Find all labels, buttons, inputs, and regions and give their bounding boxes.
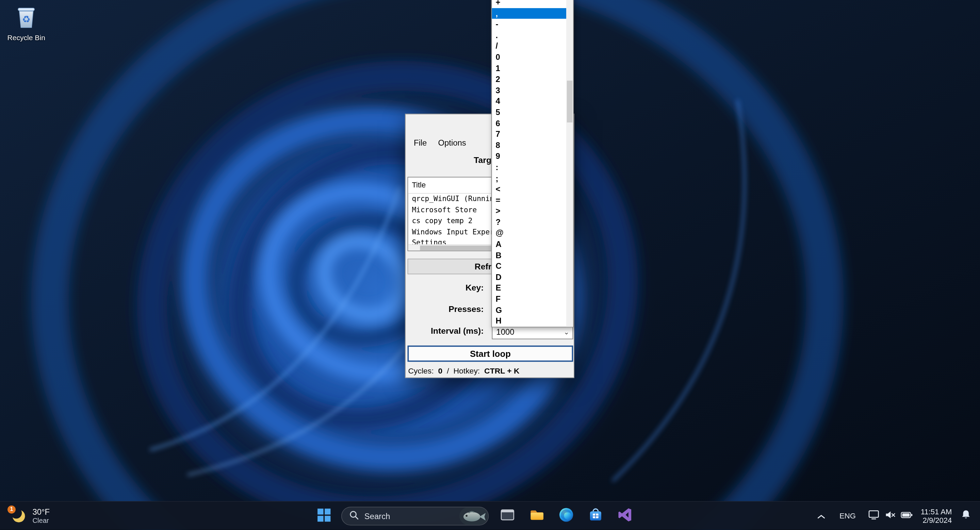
dropdown-item[interactable]: - xyxy=(492,19,566,30)
presses-label: Presses: xyxy=(449,304,484,314)
edge-button[interactable] xyxy=(553,503,580,528)
menu-options[interactable]: Options xyxy=(433,135,472,150)
dropdown-item[interactable]: B xyxy=(492,250,566,260)
notification-badge: 1 xyxy=(8,505,16,513)
system-tray: ENG xyxy=(817,502,980,530)
search-input[interactable]: Search xyxy=(341,507,488,525)
dropdown-items: + , - . / 0 1 2 3 4 5 6 7 8 9 : ; < = > … xyxy=(492,0,566,327)
dropdown-item[interactable]: . xyxy=(492,30,566,41)
dropdown-item[interactable]: D xyxy=(492,272,566,283)
store-icon xyxy=(588,507,604,525)
status-separator: / xyxy=(447,367,449,375)
dropdown-item[interactable]: 4 xyxy=(492,96,566,107)
dropdown-item[interactable]: C xyxy=(492,260,566,271)
dropdown-item[interactable]: 8 xyxy=(492,140,566,151)
weather-widget[interactable]: 1 30°F Clear xyxy=(5,502,55,530)
tray-date: 2/9/2024 xyxy=(921,516,952,525)
tray-time: 11:51 AM xyxy=(921,507,952,516)
window-statusbar: Cycles: 0 / Hotkey: CTRL + K xyxy=(406,364,574,378)
interval-value: 1000 xyxy=(496,327,514,337)
dropdown-item[interactable]: = xyxy=(492,195,566,205)
recycle-bin-icon: ♻ xyxy=(14,21,38,32)
clock[interactable]: 11:51 AM 2/9/2024 xyxy=(921,507,952,525)
dropdown-item[interactable]: : xyxy=(492,162,566,173)
start-loop-button[interactable]: Start loop xyxy=(408,346,573,362)
notifications-button[interactable] xyxy=(961,509,971,522)
dropdown-item[interactable]: 2 xyxy=(492,74,566,85)
file-explorer-button[interactable] xyxy=(523,503,550,528)
dropdown-item[interactable]: 7 xyxy=(492,129,566,140)
search-placeholder: Search xyxy=(364,511,460,521)
recycle-bin[interactable]: ♻ Recycle Bin xyxy=(6,4,46,41)
weather-condition: Clear xyxy=(33,517,50,524)
dropdown-item[interactable]: 0 xyxy=(492,52,566,63)
dropdown-item[interactable]: 1 xyxy=(492,63,566,74)
recycle-bin-label: Recycle Bin xyxy=(6,34,46,41)
windows-logo-icon xyxy=(317,508,331,524)
app-window-button[interactable] xyxy=(494,503,521,528)
dropdown-item[interactable]: > xyxy=(492,206,566,217)
dropdown-scrollbar[interactable] xyxy=(566,0,573,327)
speaker-mute-icon xyxy=(885,509,896,522)
edge-icon xyxy=(558,507,574,525)
dropdown-item[interactable]: ; xyxy=(492,173,566,184)
list-scrollbar-thumb[interactable] xyxy=(420,246,492,251)
folder-icon xyxy=(529,507,545,525)
cycles-value: 0 xyxy=(438,367,443,375)
tray-overflow-button[interactable] xyxy=(817,510,826,522)
taskbar-apps xyxy=(494,503,641,528)
dropdown-item[interactable]: G xyxy=(492,305,566,316)
desktop: ♻ Recycle Bin File Options Target window… xyxy=(0,0,980,530)
taskbar: 1 30°F Clear xyxy=(0,501,980,530)
moon-icon xyxy=(10,515,26,525)
dropdown-item[interactable]: E xyxy=(492,283,566,294)
weather-temperature: 30°F xyxy=(33,507,50,517)
search-highlight-fish-icon xyxy=(460,507,488,525)
app-window-icon xyxy=(500,507,516,525)
svg-text:♻: ♻ xyxy=(22,14,30,24)
dropdown-item[interactable]: / xyxy=(492,41,566,52)
chevron-down-icon: ⌄ xyxy=(563,328,569,336)
bell-icon xyxy=(961,509,971,522)
cycles-label: Cycles: xyxy=(408,367,434,375)
dropdown-item[interactable]: @ xyxy=(492,228,566,238)
dropdown-item[interactable]: + xyxy=(492,0,566,8)
hotkey-value: CTRL + K xyxy=(484,367,520,375)
dropdown-item[interactable]: < xyxy=(492,184,566,195)
dropdown-item[interactable]: 5 xyxy=(492,107,566,118)
chevron-up-icon xyxy=(817,510,826,522)
battery-icon xyxy=(901,509,913,522)
monitor-icon xyxy=(869,509,880,522)
dropdown-item[interactable]: A xyxy=(492,239,566,250)
battery-button[interactable] xyxy=(901,509,913,522)
hotkey-label: Hotkey: xyxy=(453,367,480,375)
dropdown-item[interactable]: 9 xyxy=(492,151,566,162)
dropdown-item[interactable]: 6 xyxy=(492,118,566,129)
start-button[interactable] xyxy=(311,503,336,528)
menu-file[interactable]: File xyxy=(408,135,433,150)
visual-studio-button[interactable] xyxy=(611,503,639,528)
dropdown-scrollbar-thumb[interactable] xyxy=(567,81,573,122)
search-icon xyxy=(350,510,359,522)
display-button[interactable] xyxy=(869,509,880,522)
key-dropdown-list: + , - . / 0 1 2 3 4 5 6 7 8 9 : ; < = > … xyxy=(492,0,574,327)
dropdown-item[interactable]: 3 xyxy=(492,85,566,95)
dropdown-item-selected[interactable]: , xyxy=(492,8,566,19)
language-indicator[interactable]: ENG xyxy=(840,511,856,520)
volume-button[interactable] xyxy=(885,509,896,522)
dropdown-item[interactable]: ? xyxy=(492,217,566,228)
visual-studio-icon xyxy=(617,507,633,525)
dropdown-item[interactable]: H xyxy=(492,316,566,327)
dropdown-item[interactable]: F xyxy=(492,294,566,305)
key-label: Key: xyxy=(466,283,484,292)
interval-label: Interval (ms): xyxy=(431,326,484,336)
microsoft-store-button[interactable] xyxy=(582,503,609,528)
